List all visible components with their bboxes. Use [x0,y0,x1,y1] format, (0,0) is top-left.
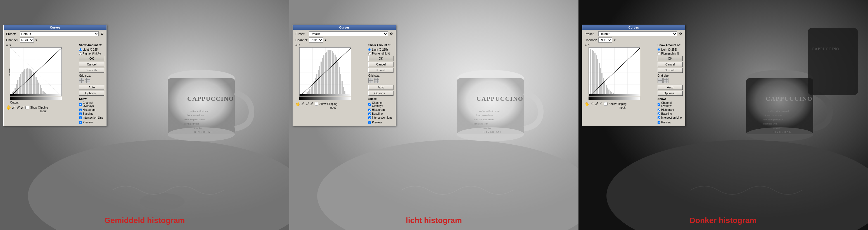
eyedrop-black-3[interactable]: 🖊 [590,102,594,106]
pencil-icon-1[interactable]: ✏ [6,44,8,47]
curves-canvas-2[interactable] [299,47,351,96]
svg-text:sprinkled with: sprinkled with [474,122,488,125]
histogram-cb-2[interactable] [368,109,371,111]
svg-rect-106 [300,94,351,96]
eyedrop-white-2[interactable]: 🖊 [310,102,314,106]
auto-button-2[interactable]: Auto [368,85,394,90]
smooth-button-1[interactable]: Smooth [79,68,104,73]
svg-rect-52 [10,96,62,100]
light-radio-2[interactable]: Light (0-255) [368,48,394,51]
pigment-radio-1[interactable]: Pigment/Ink % [79,52,104,55]
gear-icon-3[interactable]: ⚙ [678,32,683,36]
light-radio-1[interactable]: Light (0-255) [79,48,104,51]
preview-cb-1[interactable] [79,121,82,124]
preset-select-3[interactable]: Default [598,31,677,36]
eyedrop-black-1[interactable]: 🖊 [12,106,16,109]
grid-icon-small-1[interactable] [79,78,84,83]
svg-rect-146 [615,94,617,96]
svg-rect-31 [27,68,28,94]
dialog-content-2: ✏ ↖ [296,44,394,124]
svg-rect-130 [593,51,594,96]
curves-dialog-2: Curves Preset: Default ⚙ Channel: RGB ▾ [292,25,396,126]
pigment-radio-2[interactable]: Pigment/Ink % [368,52,394,55]
options-button-3[interactable]: Options... [657,91,683,96]
show-clipping-cb-1[interactable] [25,106,29,109]
curves-canvas-3[interactable] [589,47,640,96]
svg-rect-30 [26,68,27,94]
preset-select-2[interactable]: Default [309,31,388,36]
svg-rect-74 [305,94,306,96]
grid-icon-small-2[interactable] [368,78,373,83]
eyedrop-white-1[interactable]: 🖊 [21,106,24,109]
pigment-radio-3[interactable]: Pigment/Ink % [657,52,683,55]
eyedrop-gray-3[interactable]: 🖊 [595,102,598,106]
histogram-cb-3[interactable] [657,109,660,111]
cancel-button-2[interactable]: Cancel [368,62,394,67]
pencil-icon-3[interactable]: ✏ [585,44,587,47]
svg-rect-28 [23,70,24,94]
pointer-icon-3[interactable]: ↖ [588,44,590,47]
svg-rect-81 [315,78,316,96]
channel-label-1: Channel: [6,38,19,42]
eyedrop-gray-1[interactable]: 🖊 [17,106,20,109]
intersection-cb-3[interactable] [657,116,660,119]
svg-rect-142 [610,91,611,96]
curves-canvas-1[interactable] [10,47,62,96]
ok-button-3[interactable]: OK [657,56,683,61]
eyedrop-white-3[interactable]: 🖊 [599,102,603,106]
smooth-button-3[interactable]: Smooth [657,68,683,73]
grid-icon-large-2[interactable] [374,78,379,83]
hand-icon-3[interactable]: 🖐 [585,102,589,106]
intersection-cb-1[interactable] [79,116,82,119]
grid-size-label-2: Grid size: [368,74,394,77]
pointer-icon-1[interactable]: ↖ [9,44,11,47]
preset-select-1[interactable]: Default [20,31,99,36]
baseline-cb-3[interactable] [657,113,660,115]
baseline-cb-2[interactable] [368,113,371,115]
show-clipping-cb-3[interactable] [604,102,608,106]
baseline-cb-1[interactable] [79,113,82,115]
auto-button-3[interactable]: Auto [657,85,683,90]
eyedrop-black-2[interactable]: 🖊 [301,102,305,106]
channel-select-1[interactable]: RGB [20,37,34,42]
hand-icon-1[interactable]: 🖐 [6,105,11,110]
pencil-icon-2[interactable]: ✏ [296,44,298,47]
channel-overlays-cb-2[interactable] [368,103,371,106]
preview-cb-2[interactable] [368,121,371,124]
grid-icon-large-1[interactable] [85,78,90,83]
pointer-icon-2[interactable]: ↖ [299,44,301,47]
svg-rect-107 [299,96,351,100]
eyedrop-gray-2[interactable]: 🖊 [306,102,309,106]
histogram-cb-1[interactable] [79,109,82,111]
show-clipping-cb-2[interactable] [315,102,318,106]
svg-point-57 [457,127,524,141]
gear-icon-2[interactable]: ⚙ [389,32,394,36]
channel-overlays-cb-1[interactable] [79,103,82,106]
svg-text:sprinkled with: sprinkled with [763,122,777,125]
preview-cb-3[interactable] [657,121,660,124]
auto-button-1[interactable]: Auto [79,85,104,90]
intersection-item-3: Intersection Line [657,116,683,119]
svg-text:coffee with steamed: coffee with steamed [769,110,789,113]
channel-overlays-cb-3[interactable] [657,103,660,106]
channel-row-2: Channel: RGB ▾ [296,37,394,42]
cancel-button-3[interactable]: Cancel [657,62,683,67]
light-radio-3[interactable]: Light (0-255) [657,48,683,51]
hand-icon-2[interactable]: 🖐 [296,102,300,106]
options-button-2[interactable]: Options... [368,91,394,96]
ok-button-2[interactable]: OK [368,56,394,61]
input-text-1: Input: [10,110,78,113]
channel-select-2[interactable]: RGB [309,37,323,42]
gear-icon-1[interactable]: ⚙ [100,32,104,36]
grid-icon-small-3[interactable] [657,78,662,83]
ok-button-1[interactable]: OK [79,56,104,61]
intersection-cb-2[interactable] [368,116,371,119]
svg-rect-27 [22,72,23,94]
channel-select-3[interactable]: RGB [598,37,612,42]
smooth-button-2[interactable]: Smooth [368,68,394,73]
intersection-label-2: Intersection Line [372,116,392,119]
cancel-button-1[interactable]: Cancel [79,62,104,67]
grid-icon-large-3[interactable] [663,78,669,83]
options-button-1[interactable]: Options... [79,91,104,96]
curve-area-2: ✏ ↖ [296,44,367,124]
